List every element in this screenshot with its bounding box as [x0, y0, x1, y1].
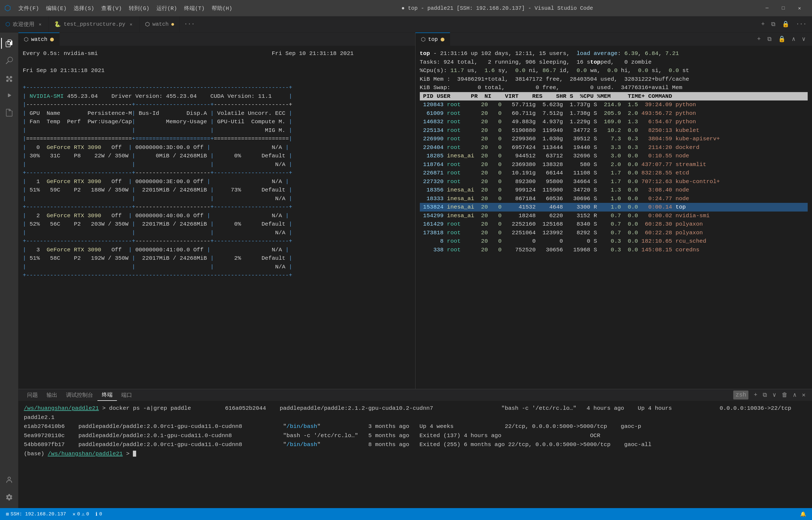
right-editor-tabbar: ⬡ top + ⧉ 🔒 ∧ ∨ — [416, 32, 812, 46]
menu-help[interactable]: 帮助(H) — [208, 3, 235, 13]
terminal-chevron-up-btn[interactable]: ∧ — [791, 390, 799, 400]
tab-actions: + ⧉ 🔒 ··· — [756, 16, 812, 32]
statusbar: ⊞ SSH: 192.168.20.137 ✕ 0 ⚠ 0 ℹ 0 🔔 — [0, 508, 812, 520]
right-tab-dot — [441, 37, 444, 42]
terminal-new-btn[interactable]: + — [752, 391, 759, 399]
chevron-down-btn[interactable]: ∨ — [800, 34, 808, 44]
error-icon: ✕ — [73, 511, 76, 517]
tab-test-pp[interactable]: 🐍 test_ppstructure.py ✕ — [49, 16, 140, 32]
left-tab-dot — [50, 37, 54, 42]
main-layout: ⬡ watch Every 0.5s: nvidia-smi Fri Sep 1… — [0, 32, 812, 508]
terminal-tab-terminal[interactable]: 终端 — [97, 389, 117, 401]
terminal-tab-output[interactable]: 输出 — [42, 389, 62, 401]
menu-view[interactable]: 查看(V) — [98, 3, 125, 13]
menu-run[interactable]: 运行(R) — [153, 3, 180, 13]
menu-terminal[interactable]: 终端(T) — [181, 3, 208, 13]
info-count: 0 — [99, 511, 102, 517]
terminal-tab-debug[interactable]: 调试控制台 — [62, 389, 97, 401]
left-editor-pane: ⬡ watch Every 0.5s: nvidia-smi Fri Sep 1… — [19, 32, 416, 389]
ellipsis-icon[interactable]: ··· — [793, 20, 809, 29]
tab-welcome[interactable]: ⬡ 欢迎使用 ✕ — [0, 16, 49, 32]
tab-watch-modified-dot — [171, 23, 174, 26]
left-tab-icon: ⬡ — [24, 36, 28, 43]
statusbar-left: ⊞ SSH: 192.168.20.137 ✕ 0 ⚠ 0 ℹ 0 — [4, 508, 104, 520]
terminal-tab-ports[interactable]: 端口 — [117, 389, 136, 401]
activity-settings[interactable] — [1, 489, 17, 505]
terminal-tabbar: 问题 输出 调试控制台 终端 端口 zsh + ⧉ ∨ 🗑 ∧ ✕ — [19, 389, 812, 401]
lock-icon[interactable]: 🔒 — [780, 20, 791, 29]
tab-welcome-close[interactable]: ✕ — [37, 21, 43, 27]
left-tab-label: watch — [31, 36, 47, 43]
maximize-button[interactable]: □ — [775, 0, 791, 16]
activity-account[interactable] — [1, 472, 17, 488]
right-tab-icon: ⬡ — [421, 36, 425, 43]
left-editor-tabbar: ⬡ watch — [19, 32, 415, 46]
editor-area: ⬡ watch Every 0.5s: nvidia-smi Fri Sep 1… — [19, 32, 812, 508]
activity-search[interactable] — [1, 53, 17, 69]
right-editor-actions: + ⧉ 🔒 ∧ ∨ — [755, 32, 812, 46]
bell-icon: 🔔 — [800, 511, 806, 517]
warning-count: 0 — [86, 511, 89, 517]
activity-source-control[interactable] — [1, 70, 17, 86]
window-title: ● top - paddle21 [SSH: 192.168.20.137] -… — [235, 5, 759, 11]
terminal-tab-problems[interactable]: 问题 — [23, 389, 42, 401]
minimize-button[interactable]: ─ — [759, 0, 775, 16]
statusbar-remote[interactable]: ⊞ SSH: 192.168.20.137 — [4, 508, 68, 520]
statusbar-errors[interactable]: ✕ 0 ⚠ 0 — [71, 508, 91, 520]
editor-tabbar: ⬡ 欢迎使用 ✕ 🐍 test_ppstructure.py ✕ ⬡ watch… — [0, 16, 812, 32]
menu-edit[interactable]: 编辑(E) — [43, 3, 70, 13]
titlebar: ⬡ 文件(F) 编辑(E) 选择(S) 查看(V) 转到(G) 运行(R) 终端… — [0, 0, 812, 16]
tab-welcome-icon: ⬡ — [5, 21, 10, 28]
activity-files[interactable] — [1, 35, 17, 51]
statusbar-right: 🔔 — [799, 508, 808, 520]
window-controls: ─ □ ✕ — [759, 0, 808, 16]
tab-welcome-label: 欢迎使用 — [13, 21, 34, 28]
activity-extensions[interactable] — [1, 105, 17, 121]
new-tab-icon[interactable]: + — [759, 20, 767, 29]
info-icon: ℹ — [95, 511, 97, 517]
new-tab-btn[interactable]: + — [755, 35, 763, 44]
tab-test-pp-label: test_ppstructure.py — [64, 21, 125, 27]
activity-bar — [0, 32, 19, 508]
statusbar-notifications[interactable]: 🔔 — [799, 508, 808, 520]
menu-bar: 文件(F) 编辑(E) 选择(S) 查看(V) 转到(G) 运行(R) 终端(T… — [15, 3, 235, 13]
activity-run[interactable] — [1, 87, 17, 103]
right-tab-label: top — [428, 36, 438, 43]
tab-overflow-button[interactable]: ··· — [180, 16, 199, 32]
menu-file[interactable]: 文件(F) — [15, 3, 42, 13]
split-btn[interactable]: ⧉ — [765, 35, 774, 44]
activity-bar-bottom — [1, 472, 17, 508]
tab-watch-icon: ⬡ — [145, 21, 150, 28]
right-editor-pane: ⬡ top + ⧉ 🔒 ∧ ∨ top - 21:31:16 up 102 da… — [416, 32, 812, 389]
lock-btn[interactable]: 🔒 — [776, 34, 788, 44]
right-editor-content[interactable]: top - 21:31:16 up 102 days, 12:11, 15 us… — [416, 46, 812, 389]
left-editor-tab-watch[interactable]: ⬡ watch — [19, 32, 60, 46]
terminal-panel: 问题 输出 调试控制台 终端 端口 zsh + ⧉ ∨ 🗑 ∧ ✕ /ws/hu… — [19, 389, 812, 508]
tab-test-pp-icon: 🐍 — [54, 21, 61, 28]
close-button[interactable]: ✕ — [791, 0, 808, 16]
tab-test-pp-close[interactable]: ✕ — [128, 21, 134, 27]
zsh-label: zsh — [733, 391, 748, 399]
terminal-close-btn[interactable]: ✕ — [800, 390, 808, 400]
left-editor-content[interactable]: Every 0.5s: nvidia-smi Fri Sep 10 21:31:… — [19, 46, 415, 389]
tab-watch-label: watch — [152, 21, 169, 27]
terminal-shell-badge: zsh — [731, 389, 751, 400]
tab-watch[interactable]: ⬡ watch — [140, 16, 180, 32]
terminal-chevron-btn[interactable]: ∨ — [770, 390, 778, 400]
terminal-trash-btn[interactable]: 🗑 — [780, 390, 790, 400]
error-count: 0 — [77, 511, 80, 517]
split-editor-icon[interactable]: ⧉ — [769, 20, 778, 29]
menu-goto[interactable]: 转到(G) — [125, 3, 153, 13]
editors-split: ⬡ watch Every 0.5s: nvidia-smi Fri Sep 1… — [19, 32, 812, 389]
vscode-icon: ⬡ — [4, 3, 11, 13]
remote-icon: ⊞ — [6, 511, 9, 517]
terminal-content[interactable]: /ws/huangshan/paddle21 > docker ps -a|gr… — [19, 401, 812, 508]
terminal-split-btn[interactable]: ⧉ — [761, 391, 769, 400]
statusbar-ssh-label: SSH: 192.168.20.137 — [10, 511, 66, 517]
right-editor-tab-top[interactable]: ⬡ top — [416, 32, 450, 46]
chevron-up-btn[interactable]: ∧ — [790, 34, 797, 44]
menu-select[interactable]: 选择(S) — [71, 3, 97, 13]
statusbar-info[interactable]: ℹ 0 — [94, 508, 104, 520]
warning-icon: ⚠ — [82, 511, 85, 517]
terminal-actions: zsh + ⧉ ∨ 🗑 ∧ ✕ — [731, 389, 808, 401]
